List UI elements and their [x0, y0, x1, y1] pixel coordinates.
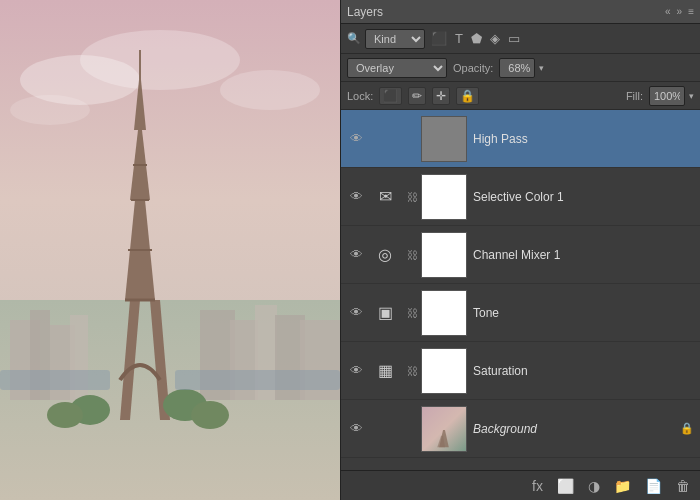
add-adjustment-button[interactable]: ◑ [584, 476, 604, 496]
layer-thumb-background [421, 406, 467, 452]
layer-name-high-pass: High Pass [467, 132, 696, 146]
link-icon-tone: ⛓ [407, 307, 418, 319]
layer-row-saturation[interactable]: 👁 ▦ ⛓ Saturation [341, 342, 700, 400]
lock-toolbar: Lock: ⬛ ✏ ✛ 🔒 Fill: ▾ [341, 82, 700, 110]
panel-bottom: fx ⬜ ◑ 📁 📄 🗑 [341, 470, 700, 500]
layer-visibility-channel-mixer[interactable]: 👁 [345, 247, 367, 262]
layer-link-channel-mixer[interactable]: ⛓ [403, 249, 421, 261]
link-icon-channel-mixer: ⛓ [407, 249, 418, 261]
layer-thumb-tone [421, 290, 467, 336]
layer-visibility-tone[interactable]: 👁 [345, 305, 367, 320]
panel-title: Layers [347, 5, 383, 19]
opacity-input[interactable] [499, 58, 535, 78]
layer-thumb-high-pass [421, 116, 467, 162]
svg-point-3 [220, 70, 320, 110]
layer-row-selective-color[interactable]: 👁 ✉ ⛓ Selective Color 1 [341, 168, 700, 226]
layer-icon-area-tone: ▣ [367, 303, 403, 322]
add-mask-button[interactable]: ⬜ [553, 476, 578, 496]
lock-position-button[interactable]: ✏ [408, 87, 426, 105]
layer-link-tone[interactable]: ⛓ [403, 307, 421, 319]
shape-filter-icon[interactable]: ⬟ [469, 29, 484, 48]
opacity-label: Opacity: [453, 62, 493, 74]
pixel-filter-icon[interactable]: ⬛ [429, 29, 449, 48]
blend-toolbar: Overlay Normal Multiply Screen Soft Ligh… [341, 54, 700, 82]
panel-titlebar: Layers « » ≡ [341, 0, 700, 24]
layer-icon-area-selective-color: ✉ [367, 187, 403, 206]
create-group-button[interactable]: 📁 [610, 476, 635, 496]
layer-visibility-saturation[interactable]: 👁 [345, 363, 367, 378]
layer-row-channel-mixer[interactable]: 👁 ◎ ⛓ Channel Mixer 1 [341, 226, 700, 284]
lock-move-button[interactable]: ✛ [432, 87, 450, 105]
saturation-adjustment-icon: ▦ [378, 361, 393, 380]
lock-all-button[interactable]: 🔒 [456, 87, 479, 105]
delete-layer-button[interactable]: 🗑 [672, 476, 694, 496]
add-fx-button[interactable]: fx [528, 476, 547, 496]
fill-label: Fill: [626, 90, 643, 102]
layer-thumb-selective-color [421, 174, 467, 220]
panel-expand-icon[interactable]: » [677, 6, 683, 17]
layer-name-background: Background [467, 422, 678, 436]
layer-link-saturation[interactable]: ⛓ [403, 365, 421, 377]
opacity-dropdown-arrow[interactable]: ▾ [539, 63, 544, 73]
blend-mode-dropdown[interactable]: Overlay Normal Multiply Screen Soft Ligh… [347, 58, 447, 78]
panel-window-controls: « » ≡ [665, 6, 694, 17]
layer-name-channel-mixer: Channel Mixer 1 [467, 248, 696, 262]
panel-menu-icon[interactable]: ≡ [688, 6, 694, 17]
link-icon-saturation: ⛓ [407, 365, 418, 377]
type-filter-icon[interactable]: T [453, 29, 465, 48]
svg-point-4 [10, 95, 90, 125]
layer-thumb-channel-mixer [421, 232, 467, 278]
layer-visibility-selective-color[interactable]: 👁 [345, 189, 367, 204]
search-icon: 🔍 [347, 32, 361, 45]
filter-toolbar: 🔍 Kind Name Effect Mode Attribute Color … [341, 24, 700, 54]
svg-point-26 [47, 402, 83, 428]
layer-row-background[interactable]: 👁 Background 🔒 [341, 400, 700, 458]
tone-adjustment-icon: ▣ [378, 303, 393, 322]
layer-name-tone: Tone [467, 306, 696, 320]
channel-mixer-adjustment-icon: ◎ [378, 245, 392, 264]
layer-icon-area-saturation: ▦ [367, 361, 403, 380]
layer-visibility-background[interactable]: 👁 [345, 421, 367, 436]
layer-name-saturation: Saturation [467, 364, 696, 378]
new-layer-button[interactable]: 📄 [641, 476, 666, 496]
lock-label: Lock: [347, 90, 373, 102]
svg-point-2 [80, 30, 240, 90]
layer-icon-area-channel-mixer: ◎ [367, 245, 403, 264]
link-icon-selective-color: ⛓ [407, 191, 418, 203]
svg-point-28 [191, 401, 229, 429]
layer-thumb-saturation [421, 348, 467, 394]
photo-canvas [0, 0, 340, 500]
layers-list: 👁 High Pass 👁 ✉ ⛓ Selective Color 1 👁 ◎ [341, 110, 700, 470]
layer-visibility-high-pass[interactable]: 👁 [345, 131, 367, 146]
panel-collapse-icon[interactable]: « [665, 6, 671, 17]
background-lock-icon: 🔒 [678, 422, 696, 435]
layer-row-tone[interactable]: 👁 ▣ ⛓ Tone [341, 284, 700, 342]
selective-color-adjustment-icon: ✉ [379, 187, 392, 206]
svg-rect-30 [175, 370, 340, 390]
fill-input[interactable] [649, 86, 685, 106]
layers-panel: Layers « » ≡ 🔍 Kind Name Effect Mode Att… [340, 0, 700, 500]
adjustment-filter-icon[interactable]: ▭ [506, 29, 522, 48]
layer-link-selective-color[interactable]: ⛓ [403, 191, 421, 203]
layer-row-high-pass[interactable]: 👁 High Pass [341, 110, 700, 168]
layer-name-selective-color: Selective Color 1 [467, 190, 696, 204]
smartobject-filter-icon[interactable]: ◈ [488, 29, 502, 48]
svg-rect-29 [0, 370, 110, 390]
kind-dropdown[interactable]: Kind Name Effect Mode Attribute Color [365, 29, 425, 49]
fill-dropdown-arrow[interactable]: ▾ [689, 91, 694, 101]
lock-pixels-button[interactable]: ⬛ [379, 87, 402, 105]
